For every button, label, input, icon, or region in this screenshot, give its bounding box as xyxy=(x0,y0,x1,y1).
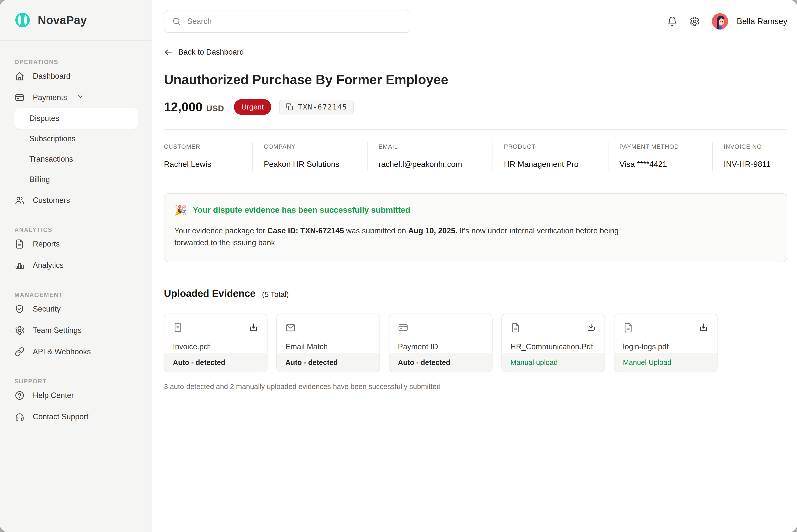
shield-check-icon xyxy=(14,304,25,314)
field-label: COMPANY xyxy=(264,143,356,150)
home-icon xyxy=(14,71,25,81)
main-content: Bella Ramsey Back to Dashboard Unauthori… xyxy=(151,0,797,532)
download-icon xyxy=(248,322,259,332)
section-management: MANAGEMENT xyxy=(14,291,138,298)
success-body: Your evidence package for Case ID: TXN-6… xyxy=(174,225,641,249)
sidebar-item-customers[interactable]: Customers xyxy=(14,190,138,211)
gear-icon xyxy=(14,325,25,336)
card-body: Invoice.pdf xyxy=(164,314,267,354)
sidebar-item-api-webhooks[interactable]: API & Webhooks xyxy=(14,341,138,362)
sidebar-item-label: API & Webhooks xyxy=(33,347,91,356)
card-body: Email Match xyxy=(277,314,379,354)
sidebar-item-dashboard[interactable]: Dashboard xyxy=(14,65,138,87)
card-body: login-logs.pdf xyxy=(614,314,717,354)
sidebar-item-team-settings[interactable]: Team Settings xyxy=(14,320,138,341)
evidence-filename: HR_Communication.Pdf xyxy=(511,342,596,351)
headphones-icon xyxy=(14,412,25,422)
field-value: rachel.l@peakonhr.com xyxy=(378,159,482,169)
card-body: Payment ID xyxy=(389,314,492,354)
sidebar-item-label: Contact Support xyxy=(33,412,88,421)
credit-card-icon xyxy=(398,322,408,333)
field-label: CUSTOMER xyxy=(164,143,241,150)
user-name[interactable]: Bella Ramsey xyxy=(737,17,787,26)
evidence-card: Invoice.pdf Auto - detected xyxy=(164,314,267,372)
field-value: INV-HR-9811 xyxy=(724,159,787,169)
app-window: NovaPay OPERATIONS Dashboard Payments xyxy=(0,0,797,532)
receipt-icon xyxy=(173,322,183,333)
amount-row: 12,000 USD Urgent TXN-672145 xyxy=(164,99,787,115)
topbar: Bella Ramsey xyxy=(164,10,787,33)
search-input[interactable] xyxy=(187,17,402,26)
evidence-status: Auto - detected xyxy=(164,354,267,372)
dispute-details-row: CUSTOMER Rachel Lewis COMPANY Peakon HR … xyxy=(164,142,787,171)
txn-id-chip[interactable]: TXN-672145 xyxy=(279,100,354,114)
evidence-card: Email Match Auto - detected xyxy=(276,314,380,372)
sidebar-item-security[interactable]: Security xyxy=(14,298,138,320)
sidebar-item-label: Reports xyxy=(33,240,60,248)
field-label: INVOICE NO xyxy=(724,143,787,150)
file-icon xyxy=(511,322,521,333)
success-body-text: was submitted on xyxy=(344,226,408,235)
search-box xyxy=(164,10,410,33)
sidebar-item-disputes[interactable]: Disputes xyxy=(14,108,138,129)
bell-icon xyxy=(667,16,678,26)
field-label: PAYMENT METHOD xyxy=(619,143,701,150)
field-payment-method: PAYMENT METHOD Visa ****4421 xyxy=(609,142,713,171)
evidence-heading-row: Uploaded Evidence (5 Total) xyxy=(164,288,787,299)
sidebar-item-reports[interactable]: Reports xyxy=(14,233,138,255)
help-circle-icon xyxy=(14,390,25,401)
sidebar-item-analytics[interactable]: Analytics xyxy=(14,255,138,276)
sidebar-item-contact-support[interactable]: Contact Support xyxy=(14,406,138,428)
sidebar-item-help-center[interactable]: Help Center xyxy=(14,385,138,406)
sidebar-header: NovaPay xyxy=(0,0,151,41)
download-button[interactable] xyxy=(586,322,596,332)
sidebar-item-payments[interactable]: Payments xyxy=(14,87,138,108)
page-title: Unauthorized Purchase By Former Employee xyxy=(164,72,787,87)
success-title: Your dispute evidence has been successfu… xyxy=(193,205,410,215)
success-banner: 🎉 Your dispute evidence has been success… xyxy=(164,193,787,262)
download-icon xyxy=(699,322,709,332)
evidence-status: Manual upload xyxy=(502,354,605,372)
sidebar-item-transactions[interactable]: Transactions xyxy=(14,149,138,169)
settings-button[interactable] xyxy=(689,16,700,26)
success-case-id: Case ID: TXN-672145 xyxy=(267,226,344,235)
download-icon xyxy=(586,322,596,332)
divider xyxy=(164,129,787,130)
field-label: EMAIL xyxy=(378,143,482,150)
sidebar-item-subscriptions[interactable]: Subscriptions xyxy=(14,129,138,149)
download-button[interactable] xyxy=(248,322,259,332)
download-button[interactable] xyxy=(699,322,709,332)
sidebar-nav: OPERATIONS Dashboard Payments Disputes S… xyxy=(0,41,151,428)
copy-icon xyxy=(285,103,294,111)
field-invoice-no: INVOICE NO INV-HR-9811 xyxy=(713,142,787,171)
evidence-cards-row: Invoice.pdf Auto - detected Email Match … xyxy=(164,314,787,372)
evidence-summary: 3 auto-detected and 2 manually uploaded … xyxy=(164,383,787,391)
payments-submenu: Disputes Subscriptions Transactions Bill… xyxy=(14,108,138,190)
sidebar-item-label: Security xyxy=(33,305,61,314)
evidence-card: login-logs.pdf Manuel Upload xyxy=(614,314,718,372)
evidence-count: (5 Total) xyxy=(262,290,289,299)
evidence-filename: login-logs.pdf xyxy=(623,342,709,351)
field-label: PRODUCT xyxy=(504,143,597,150)
field-value: Peakon HR Solutions xyxy=(264,159,356,169)
field-value: HR Management Pro xyxy=(504,159,597,169)
dispute-amount: 12,000 xyxy=(164,100,203,114)
novapay-logo-icon xyxy=(14,12,31,29)
dispute-currency: USD xyxy=(206,103,224,113)
sidebar-item-label: Customers xyxy=(33,196,70,205)
evidence-status: Auto - detected xyxy=(277,354,379,372)
field-email: EMAIL rachel.l@peakonhr.com xyxy=(368,142,493,171)
section-support: SUPPORT xyxy=(14,378,138,385)
mail-icon xyxy=(285,322,296,333)
sidebar-item-label: Team Settings xyxy=(33,326,81,335)
credit-card-icon xyxy=(14,92,25,103)
avatar[interactable] xyxy=(712,13,728,30)
chevron-down-icon xyxy=(76,93,84,102)
sidebar-item-billing[interactable]: Billing xyxy=(14,169,138,190)
back-to-dashboard-link[interactable]: Back to Dashboard xyxy=(164,48,244,57)
field-customer: CUSTOMER Rachel Lewis xyxy=(164,142,253,171)
evidence-status: Manuel Upload xyxy=(614,354,717,372)
section-analytics: ANALYTICS xyxy=(14,226,138,233)
link-icon xyxy=(14,346,25,357)
notifications-button[interactable] xyxy=(667,16,678,26)
